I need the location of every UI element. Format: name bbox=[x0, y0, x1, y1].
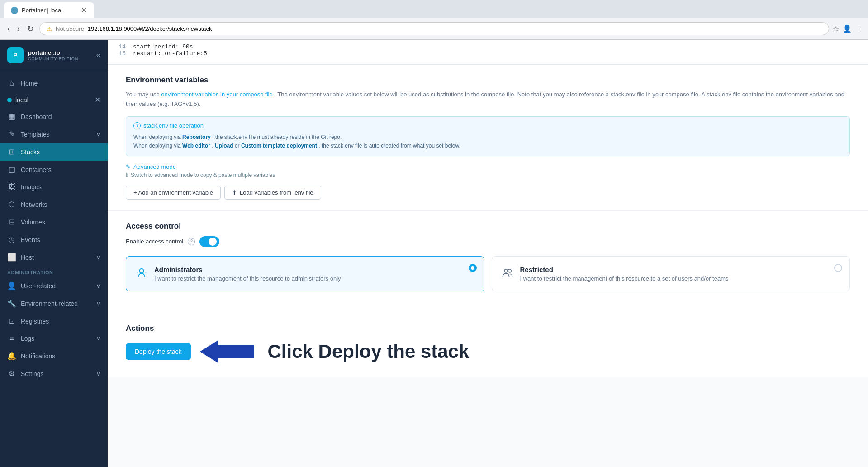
sidebar-item-dashboard[interactable]: ▦ Dashboard bbox=[0, 108, 108, 125]
env-close-button[interactable]: ✕ bbox=[95, 95, 100, 104]
info-line2-sep1: , bbox=[212, 143, 215, 149]
info-line1-link-text: Repository bbox=[182, 134, 211, 140]
sidebar-item-templates-label: Templates bbox=[21, 131, 50, 138]
enable-access-control-row: Enable access control ? bbox=[126, 236, 850, 247]
access-control-toggle[interactable] bbox=[199, 236, 219, 247]
menu-button[interactable]: ⋮ bbox=[855, 24, 863, 33]
sidebar-collapse-button[interactable]: « bbox=[96, 51, 100, 59]
advanced-mode-sub-text: ℹ Switch to advanced mode to copy & past… bbox=[126, 172, 850, 178]
bookmark-button[interactable]: ☆ bbox=[833, 24, 839, 33]
info-line1-pre: When deploying via bbox=[133, 134, 182, 140]
restricted-radio-button[interactable] bbox=[834, 264, 842, 272]
home-icon: ⌂ bbox=[7, 79, 16, 87]
env-related-arrow-icon: ∨ bbox=[96, 300, 100, 307]
logo-sub: COMMUNITY EDITION bbox=[28, 57, 78, 61]
sidebar-item-notifications[interactable]: 🔔 Notifications bbox=[0, 347, 108, 365]
code-editor-section: 14 start_period: 90s 15 restart: on-fail… bbox=[108, 40, 868, 65]
admin-access-card[interactable]: Administrators I want to restrict the ma… bbox=[126, 256, 484, 291]
host-arrow-icon: ∨ bbox=[96, 254, 100, 261]
sidebar-item-home-label: Home bbox=[21, 80, 38, 87]
browser-tab-active[interactable]: Portainer | local ✕ bbox=[4, 2, 94, 18]
sidebar-item-images[interactable]: 🖼 Images bbox=[0, 178, 108, 195]
sidebar-item-containers-label: Containers bbox=[21, 166, 52, 173]
registries-icon: ⊡ bbox=[7, 317, 16, 325]
sidebar-item-networks-label: Networks bbox=[21, 201, 47, 208]
sidebar-item-dashboard-label: Dashboard bbox=[21, 113, 52, 120]
info-line2-link2-text: Upload bbox=[215, 143, 233, 149]
sidebar-item-registries[interactable]: ⊡ Registries bbox=[0, 312, 108, 330]
sidebar-item-logs[interactable]: ≡ Logs ∨ bbox=[0, 330, 108, 347]
env-vars-title: Environment variables bbox=[126, 76, 850, 85]
actions-section: Actions Deploy the stack Click Deploy th… bbox=[108, 313, 868, 377]
restricted-access-card[interactable]: Restricted I want to restrict the manage… bbox=[492, 256, 850, 291]
enable-access-control-label: Enable access control bbox=[126, 238, 183, 245]
forward-button[interactable]: › bbox=[15, 22, 22, 35]
load-env-file-button[interactable]: ⬆ Load variables from .env file bbox=[224, 186, 321, 200]
main-content: 14 start_period: 90s 15 restart: on-fail… bbox=[108, 40, 868, 467]
advanced-mode-toggle[interactable]: ✎ Advanced mode bbox=[126, 163, 850, 170]
deploy-stack-button[interactable]: Deploy the stack bbox=[126, 343, 191, 360]
info-line2-sep2: or bbox=[235, 143, 241, 149]
sidebar-item-home[interactable]: ⌂ Home bbox=[0, 75, 108, 92]
back-button[interactable]: ‹ bbox=[5, 22, 12, 35]
profile-button[interactable]: 👤 bbox=[843, 24, 852, 33]
sidebar-item-stacks[interactable]: ⊞ Stacks bbox=[0, 143, 108, 161]
restricted-card-icon bbox=[501, 267, 514, 282]
info-line1-link[interactable]: Repository bbox=[182, 134, 211, 140]
templates-icon: ✎ bbox=[7, 130, 16, 138]
info-line2-link3-text: Custom template deployment bbox=[241, 143, 317, 149]
admin-card-desc: I want to restrict the management of thi… bbox=[154, 275, 341, 282]
admin-radio-button[interactable] bbox=[469, 264, 477, 272]
host-icon: ⬜ bbox=[7, 253, 16, 262]
sidebar: P portainer.io COMMUNITY EDITION « ⌂ Hom… bbox=[0, 40, 108, 467]
info-box-line2: When deploying via Web editor , Upload o… bbox=[133, 142, 842, 150]
sidebar-item-logs-label: Logs bbox=[21, 335, 34, 342]
volumes-icon: ⊟ bbox=[7, 218, 16, 226]
info-line2-link3[interactable]: Custom template deployment bbox=[241, 143, 317, 149]
sidebar-item-volumes-label: Volumes bbox=[21, 219, 45, 226]
sidebar-item-env-related[interactable]: 🔧 Environment-related ∨ bbox=[0, 295, 108, 312]
add-env-var-button[interactable]: + Add an environment variable bbox=[126, 186, 221, 200]
admin-card-title: Administrators bbox=[154, 266, 341, 273]
line-number-14: 14 bbox=[115, 43, 126, 50]
restricted-card-title: Restricted bbox=[520, 266, 729, 273]
sidebar-item-volumes[interactable]: ⊟ Volumes bbox=[0, 213, 108, 231]
sidebar-item-templates[interactable]: ✎ Templates ∨ bbox=[0, 125, 108, 143]
info-line2-link1[interactable]: Web editor bbox=[182, 143, 210, 149]
info-line2-link1-text: Web editor bbox=[182, 143, 210, 149]
env-related-icon: 🔧 bbox=[7, 299, 16, 308]
url-input[interactable] bbox=[88, 25, 821, 32]
info-line2-link2[interactable]: Upload bbox=[215, 143, 233, 149]
access-control-title: Access control bbox=[126, 222, 850, 231]
logs-icon: ≡ bbox=[7, 334, 16, 343]
load-env-file-label: Load variables from .env file bbox=[240, 189, 313, 196]
sidebar-item-networks[interactable]: ⬡ Networks bbox=[0, 195, 108, 213]
not-secure-label: Not secure bbox=[56, 25, 84, 32]
advanced-mode-label: Advanced mode bbox=[133, 163, 176, 170]
code-line-15: 15 restart: on-failure:5 bbox=[115, 50, 861, 57]
logo-text: portainer.io bbox=[28, 49, 78, 57]
sidebar-item-host-label: Host bbox=[21, 254, 34, 261]
admin-card-icon bbox=[135, 267, 148, 282]
env-status-dot bbox=[7, 98, 12, 102]
info-box-line1: When deploying via Repository , the stac… bbox=[133, 133, 842, 142]
reload-button[interactable]: ↻ bbox=[25, 22, 36, 36]
deploy-area: Deploy the stack Click Deploy the stack bbox=[126, 340, 850, 363]
code-editor[interactable]: 14 start_period: 90s 15 restart: on-fail… bbox=[108, 40, 868, 64]
sidebar-item-host[interactable]: ⬜ Host ∨ bbox=[0, 248, 108, 266]
sidebar-item-user-related[interactable]: 👤 User-related ∨ bbox=[0, 277, 108, 295]
access-control-info-icon[interactable]: ? bbox=[188, 238, 195, 245]
line-content-15: restart: on-failure:5 bbox=[133, 50, 207, 57]
sidebar-item-events[interactable]: ◷ Events bbox=[0, 231, 108, 248]
sidebar-item-events-label: Events bbox=[21, 236, 40, 243]
address-bar[interactable]: ⚠ Not secure bbox=[39, 22, 829, 35]
env-vars-link[interactable]: environment variables in your compose fi… bbox=[161, 91, 272, 98]
arrow-annotation bbox=[200, 340, 254, 363]
user-related-icon: 👤 bbox=[7, 281, 16, 290]
user-related-arrow-icon: ∨ bbox=[96, 283, 100, 289]
sidebar-item-containers[interactable]: ◫ Containers bbox=[0, 161, 108, 178]
browser-tabs: Portainer | local ✕ bbox=[0, 0, 868, 18]
sidebar-item-settings[interactable]: ⚙ Settings ∨ bbox=[0, 365, 108, 382]
toggle-slider bbox=[199, 236, 219, 247]
tab-close-button[interactable]: ✕ bbox=[81, 6, 87, 14]
